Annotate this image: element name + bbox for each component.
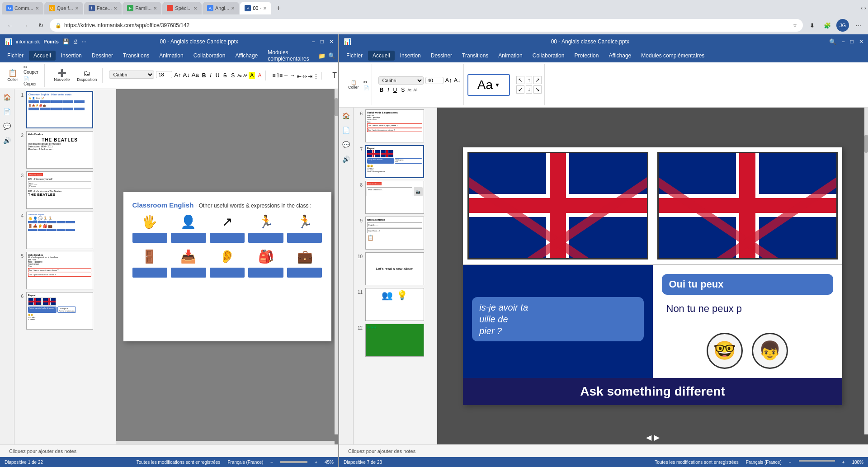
right-font-select[interactable]: Calibri [378,76,424,85]
tab-close-family[interactable]: ✕ [153,6,157,11]
right-sup-btn[interactable]: A² [413,88,417,92]
slide-img-1[interactable]: Classroom English - Other useful words 👋… [26,91,93,128]
tab-close-face[interactable]: ✕ [113,6,117,11]
right-slide-img-9[interactable]: Write a sentence English: ___ Can I have… [365,217,424,250]
right-prev-slide-btn[interactable]: ◀ [646,433,651,442]
right-search-icon[interactable]: 🔍 [829,38,836,45]
present-icon[interactable]: 📁 [318,52,326,59]
left-minimize-btn[interactable]: − [312,38,315,45]
download-button[interactable]: ⬇ [806,19,818,32]
right-slide-img-8[interactable]: Write the lesson Write a sentence... 📷 [365,181,424,214]
align-center-btn[interactable]: ⇔ [302,73,307,80]
right-menu-dessiner[interactable]: Dessiner [426,51,457,61]
tab-angl[interactable]: A Angl... ✕ [203,2,239,14]
right-sidebar-slides-icon[interactable]: 📄 [340,124,353,137]
sidebar-comments-icon[interactable]: 💬 [1,120,14,132]
right-align-bc[interactable]: ↓ [526,85,532,94]
right-bold-btn[interactable]: B [378,86,385,94]
right-close-btn[interactable]: ✕ [859,38,863,45]
left-scroll-v[interactable] [335,89,338,434]
sub-btn[interactable]: A₂ [237,73,242,78]
bold-btn[interactable]: B [201,72,208,79]
decrease-font-btn[interactable]: A↓ [183,71,190,78]
right-italic-btn[interactable]: I [386,86,390,94]
slide-img-2[interactable]: Hello Candice THE BEATLES The Beatles: g… [26,131,93,169]
right-menu-fichier[interactable]: Fichier [342,51,367,61]
right-menu-animation[interactable]: Animation [494,51,527,61]
bookmark-icon[interactable]: ☆ [793,22,797,28]
right-zoom-slider[interactable] [799,460,835,462]
left-scroll-h[interactable] [116,441,335,444]
right-minimize-btn[interactable]: − [842,38,845,45]
copy-btn[interactable]: 📄 Copier [22,76,42,87]
right-sidebar-home-icon[interactable]: 🏠 [340,109,353,122]
menu-insertion[interactable]: Insertion [57,51,86,61]
right-menu-protection[interactable]: Protection [570,51,603,61]
right-slide-img-11[interactable]: 👥 💡 [365,288,424,321]
right-slide-img-6[interactable]: Useful words & expressions: yes – nohell… [365,109,424,142]
right-menu-collab[interactable]: Collaboration [528,51,569,61]
right-menu-insertion[interactable]: Insertion [396,51,425,61]
left-zoom-out-btn[interactable]: − [270,460,273,465]
right-scroll-v[interactable] [864,108,868,434]
left-zoom-in-btn[interactable]: + [315,460,317,465]
right-slide-thumb-12[interactable]: 12 🌲🌲🌲 [355,324,435,357]
tab-face[interactable]: f Face... ✕ [84,2,122,14]
sidebar-home-icon[interactable]: 🏠 [1,91,14,104]
menu-accueil[interactable]: Accueil [29,51,56,61]
address-bar[interactable]: 🔒 https://kdrive.infomaniak.com/app/offi… [50,19,803,32]
right-align-tc[interactable]: ↑ [526,76,532,84]
new-slide-btn[interactable]: ➕Nouvelle [51,68,72,83]
align-right-btn[interactable]: ⇥ [308,73,312,80]
menu-modules[interactable]: Modules complémentaires [263,47,317,64]
tab-close-00[interactable]: ✕ [263,6,267,11]
align-left-btn[interactable]: ⇤ [297,73,302,80]
right-cut-btn[interactable]: ✂ [363,80,369,85]
right-underline-btn[interactable]: U [392,86,399,94]
layout-btn[interactable]: 🗂Disposition [74,68,99,83]
right-align-br[interactable]: ↘ [533,85,542,94]
right-slide-img-10[interactable]: Let's read a new album [365,252,424,285]
right-notes-bar[interactable]: Cliquez pour ajouter des notes [339,444,868,457]
slide-thumb-1[interactable]: 1 Classroom English - Other useful words… [16,91,114,128]
slide-thumb-5[interactable]: 5 Hello Candice Words & expressions in t… [16,252,114,289]
cut-btn[interactable]: ✂ Couper [22,64,42,75]
right-style-dropdown[interactable]: ▼ [495,82,500,88]
menu-transitions[interactable]: Transitions [118,51,154,61]
shadow-btn[interactable]: S [230,72,236,79]
right-font-size-input[interactable] [425,77,443,84]
right-slide-thumb-11[interactable]: 11 👥 💡 [355,288,435,321]
right-slide-thumb-9[interactable]: 9 Write a sentence English: ___ Can I ha… [355,217,435,250]
left-notes-bar[interactable]: Cliquez pour ajouter des notes [0,444,338,457]
sidebar-speaker-icon[interactable]: 🔊 [1,134,14,147]
tab-que[interactable]: Q Que f... ✕ [44,2,83,14]
menu-affichage[interactable]: Affichage [231,51,262,61]
right-menu-accueil[interactable]: Accueil [368,51,395,61]
right-menu-transitions[interactable]: Transitions [458,51,493,61]
right-align-tl[interactable]: ↖ [516,76,524,84]
right-slide-thumb-7[interactable]: 7 Repeat [355,145,435,178]
right-slide-img-12[interactable]: 🌲🌲🌲 [365,324,424,357]
paste-btn[interactable]: 📋Coller [5,68,20,83]
left-more-icon[interactable]: ··· [82,38,86,45]
right-zoom-out-btn[interactable]: − [789,460,792,465]
right-maximize-btn[interactable]: □ [850,38,854,45]
right-main-canvas[interactable]: is-je avoir ta uille de pier ? Oui tu pe… [437,108,868,444]
column-btn[interactable]: ⋮ [313,73,319,80]
left-maximize-btn[interactable]: □ [321,38,324,45]
slide-thumb-4[interactable]: 4 Classroom English 👋 👤 💬 🏃 [16,212,114,249]
numbered-btn[interactable]: 1≡ [276,72,283,79]
right-sidebar-comments-icon[interactable]: 💬 [340,138,353,151]
reload-button[interactable]: ↻ [34,19,47,32]
italic-btn[interactable]: I [208,72,212,79]
slide-img-3[interactable]: Write the lesson EP1 - Introduce yoursel… [26,171,93,209]
profile-button[interactable]: JG [836,19,849,32]
tab-00[interactable]: P 00 - ✕ [240,2,271,14]
left-scroll-thumb[interactable] [335,98,338,116]
more-button[interactable]: ⋯ [852,19,864,32]
left-main-canvas[interactable]: Classroom English - Other useful words &… [116,89,338,444]
highlight-btn[interactable]: A [249,72,255,79]
right-zoom-in-btn[interactable]: + [842,460,845,465]
sidebar-slides-icon[interactable]: 📄 [1,105,14,118]
slide-img-6[interactable]: Repeat [26,292,93,330]
